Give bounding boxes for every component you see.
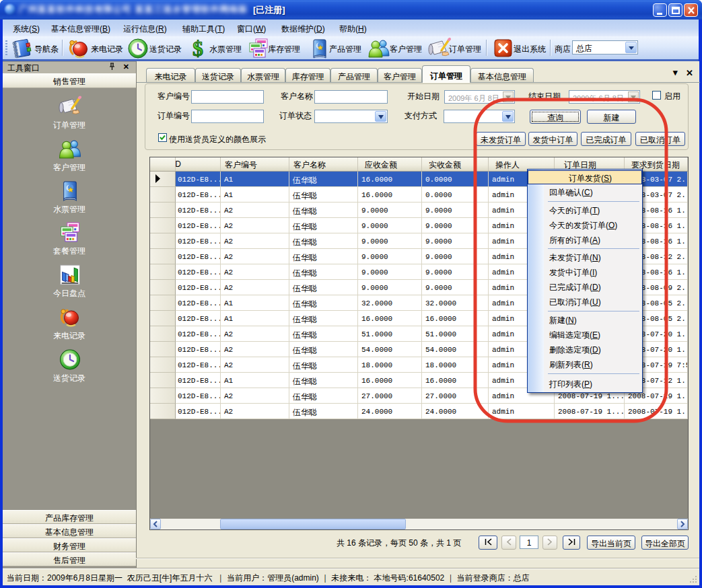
svg-text:$: $ [192, 38, 203, 59]
